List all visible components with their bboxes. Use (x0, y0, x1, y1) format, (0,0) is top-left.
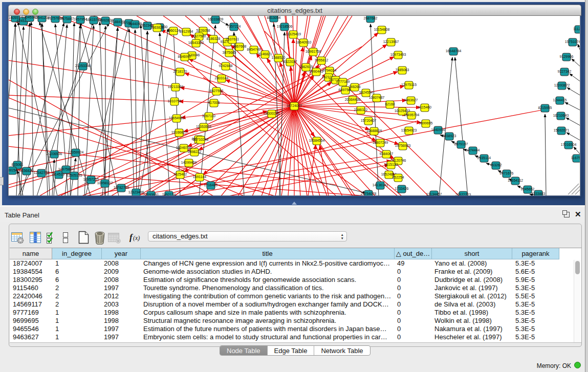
svg-text:22093651: 22093651 (143, 193, 159, 196)
svg-text:9777169: 9777169 (336, 80, 350, 83)
svg-text:16782759: 16782759 (114, 186, 129, 189)
svg-text:12342757: 12342757 (34, 171, 50, 174)
svg-text:111243: 111243 (573, 27, 580, 31)
svg-text:1615132: 1615132 (384, 163, 398, 166)
svg-text:9227342: 9227342 (558, 70, 572, 73)
svg-text:9115460: 9115460 (418, 105, 431, 109)
svg-text:2867608: 2867608 (233, 45, 247, 48)
svg-text:1733426: 1733426 (395, 187, 409, 190)
svg-text:2803144: 2803144 (215, 76, 229, 80)
svg-text:10154808: 10154808 (374, 28, 390, 31)
svg-text:8938923: 8938923 (443, 134, 456, 138)
svg-text:14136141: 14136141 (373, 183, 388, 187)
svg-text:9327500: 9327500 (192, 34, 206, 38)
svg-text:13495794: 13495794 (404, 113, 420, 117)
svg-text:8646997: 8646997 (178, 55, 192, 58)
svg-text:16046736: 16046736 (176, 146, 192, 149)
svg-text:8215955: 8215955 (538, 106, 552, 110)
svg-text:5226058: 5226058 (197, 29, 210, 32)
svg-text:18300275: 18300275 (264, 112, 280, 115)
svg-text:8813054: 8813054 (267, 16, 281, 19)
svg-text:16543362: 16543362 (188, 41, 204, 45)
svg-text:16210643: 16210643 (553, 114, 569, 117)
svg-text:16961758: 16961758 (306, 50, 321, 53)
svg-text:2935114: 2935114 (477, 156, 491, 160)
svg-text:10973493: 10973493 (390, 53, 406, 56)
svg-text:12213369: 12213369 (168, 85, 184, 89)
svg-text:10710248: 10710248 (193, 138, 209, 141)
svg-text:3875685: 3875685 (223, 51, 236, 54)
svg-text:8454749: 8454749 (247, 48, 261, 51)
svg-text:10688609: 10688609 (366, 129, 382, 133)
svg-text:12505135: 12505135 (67, 173, 82, 177)
svg-text:417006: 417006 (208, 101, 220, 104)
svg-text:6879197: 6879197 (454, 142, 468, 146)
svg-text:8427552: 8427552 (210, 89, 224, 93)
svg-text:2457954: 2457954 (74, 17, 88, 21)
svg-text:1640954: 1640954 (431, 128, 445, 132)
svg-text:2386322: 2386322 (354, 108, 368, 112)
svg-text:7452134: 7452134 (162, 193, 176, 196)
svg-text:20372723: 20372723 (455, 193, 471, 196)
svg-text:15692071: 15692071 (554, 128, 570, 132)
svg-text:12323466: 12323466 (128, 190, 144, 194)
svg-text:8960124: 8960124 (167, 29, 181, 32)
svg-text:9875847: 9875847 (60, 17, 74, 20)
svg-text:9384067: 9384067 (380, 152, 394, 156)
svg-text:8322037: 8322037 (284, 60, 297, 63)
svg-text:746266: 746266 (349, 85, 361, 89)
svg-text:9242848: 9242848 (219, 64, 233, 68)
svg-text:13654923: 13654923 (401, 128, 417, 132)
svg-text:11325419: 11325419 (286, 32, 301, 36)
svg-text:(x): (x) (133, 234, 140, 242)
svg-text:1244415: 1244415 (553, 98, 567, 102)
svg-text:17359924: 17359924 (68, 150, 84, 154)
svg-text:7357224: 7357224 (227, 25, 241, 28)
svg-text:7625402: 7625402 (173, 172, 187, 176)
svg-text:9129966: 9129966 (560, 55, 574, 58)
svg-text:1010755: 1010755 (168, 99, 182, 103)
svg-text:8186328: 8186328 (207, 37, 221, 40)
svg-text:21754078: 21754078 (361, 192, 377, 195)
svg-text:13134457: 13134457 (426, 192, 442, 196)
svg-text:1562615: 1562615 (299, 65, 313, 69)
svg-text:835061: 835061 (12, 163, 24, 166)
svg-text:18724007: 18724007 (287, 104, 302, 107)
svg-text:116753: 116753 (571, 156, 580, 160)
svg-text:11353594: 11353594 (196, 125, 211, 128)
svg-text:7663822: 7663822 (150, 26, 164, 29)
svg-text:14099469: 14099469 (181, 161, 197, 164)
svg-text:3333883: 3333883 (532, 192, 546, 195)
svg-text:15720407: 15720407 (361, 119, 377, 122)
svg-text:10975867: 10975867 (58, 167, 74, 171)
svg-text:9699695: 9699695 (419, 121, 433, 125)
svg-text:3267110: 3267110 (202, 114, 215, 118)
svg-text:1588520: 1588520 (272, 56, 286, 59)
svg-text:1156829: 1156829 (20, 169, 33, 172)
svg-text:19654983: 19654983 (169, 116, 185, 120)
svg-text:16648784: 16648784 (446, 49, 462, 53)
svg-text:9474444: 9474444 (466, 148, 480, 152)
svg-text:1691144: 1691144 (193, 175, 206, 179)
svg-text:18640910: 18640910 (296, 40, 312, 44)
svg-text:12975115: 12975115 (401, 83, 417, 86)
svg-text:1716485: 1716485 (204, 183, 218, 187)
svg-text:20364436: 20364436 (345, 98, 361, 101)
svg-text:2718170: 2718170 (173, 70, 187, 73)
svg-text:16033809: 16033809 (208, 17, 224, 21)
svg-text:62160: 62160 (385, 102, 395, 106)
svg-text:39154: 39154 (9, 168, 17, 172)
svg-text:19756923: 19756923 (395, 144, 411, 147)
svg-text:21053346: 21053346 (75, 64, 91, 68)
svg-text:19384554: 19384554 (309, 139, 325, 142)
svg-text:12093872: 12093872 (554, 83, 570, 87)
svg-text:10958107: 10958107 (97, 181, 113, 185)
svg-text:10807487: 10807487 (369, 96, 385, 99)
svg-text:763262: 763262 (490, 163, 502, 167)
svg-text:9245652: 9245652 (521, 187, 535, 191)
svg-text:18807249: 18807249 (373, 141, 388, 144)
svg-text:2687682: 2687682 (364, 16, 378, 20)
svg-text:15751074: 15751074 (565, 40, 580, 43)
svg-text:9463627: 9463627 (404, 98, 418, 102)
svg-text:20206536: 20206536 (47, 152, 62, 156)
